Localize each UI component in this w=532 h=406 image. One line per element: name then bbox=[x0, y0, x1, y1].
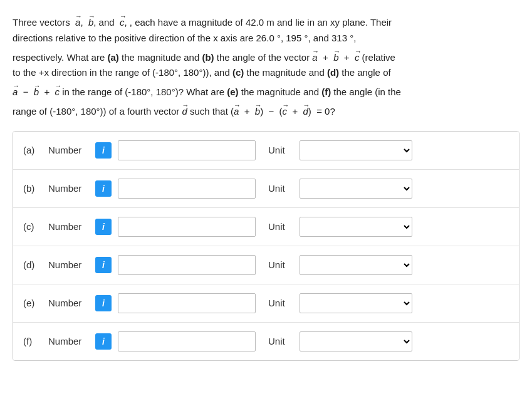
directions-text: directions relative to the positive dire… bbox=[13, 31, 519, 46]
part-a-text: the magnitude and bbox=[119, 52, 202, 63]
magnitude-text: , each have a magnitude of 42.0 m and li… bbox=[130, 17, 392, 28]
answer-table: (a) Number i Unit (b) Number i Unit (c) … bbox=[13, 131, 519, 361]
row-f-unit-label: Unit bbox=[268, 336, 293, 346]
row-a-label: (a) bbox=[23, 145, 42, 155]
respectively-text: respectively. What are bbox=[13, 52, 107, 63]
row-d-number-label: Number bbox=[48, 259, 89, 270]
row-b-label: (b) bbox=[23, 183, 42, 194]
info-button-f[interactable]: i bbox=[95, 333, 112, 350]
row-d-label: (d) bbox=[23, 259, 42, 270]
row-a-number-label: Number bbox=[48, 145, 89, 155]
info-button-d[interactable]: i bbox=[95, 257, 112, 273]
problem-text: Three vectors →a, →b, and →c, , each hav… bbox=[13, 11, 519, 120]
info-button-e[interactable]: i bbox=[95, 295, 112, 311]
row-e-label: (e) bbox=[23, 298, 42, 308]
range-text: to the +x direction in the range of (-18… bbox=[13, 67, 232, 78]
number-input-f[interactable] bbox=[118, 331, 256, 351]
row-a-unit-label: Unit bbox=[268, 145, 293, 155]
row-d-unit-label: Unit bbox=[268, 259, 293, 270]
row-b-unit-label: Unit bbox=[268, 183, 293, 194]
table-row: (d) Number i Unit bbox=[13, 246, 519, 284]
table-row: (c) Number i Unit bbox=[13, 208, 519, 246]
part-b-label: (b) bbox=[202, 52, 214, 63]
row-f-label: (f) bbox=[23, 336, 42, 346]
table-row: (b) Number i Unit bbox=[13, 170, 519, 208]
table-row: (f) Number i Unit bbox=[13, 323, 519, 360]
row-c-label: (c) bbox=[23, 221, 42, 232]
info-button-c[interactable]: i bbox=[95, 219, 112, 235]
row-c-unit-label: Unit bbox=[268, 221, 293, 232]
number-input-b[interactable] bbox=[118, 179, 256, 199]
unit-select-f[interactable] bbox=[300, 331, 412, 351]
row-e-number-label: Number bbox=[48, 298, 89, 308]
unit-select-e[interactable] bbox=[300, 293, 412, 313]
table-row: (a) Number i Unit bbox=[13, 132, 519, 170]
info-button-a[interactable]: i bbox=[95, 142, 112, 159]
unit-select-a[interactable] bbox=[300, 140, 412, 160]
part-e-text: the magnitude and bbox=[239, 86, 322, 97]
part-d-text: the angle of bbox=[339, 67, 391, 78]
row-f-number-label: Number bbox=[48, 336, 89, 346]
info-button-b[interactable]: i bbox=[95, 180, 112, 197]
row-b-number-label: Number bbox=[48, 183, 89, 194]
table-row: (e) Number i Unit bbox=[13, 284, 519, 323]
part-a-label: (a) bbox=[107, 52, 118, 63]
part-d-label: (d) bbox=[327, 67, 339, 78]
part-f-label: (f) bbox=[321, 86, 331, 97]
unit-select-d[interactable] bbox=[300, 255, 412, 275]
range3-text: range of (-180°, 180°)) of a fourth vect… bbox=[13, 106, 182, 117]
row-c-number-label: Number bbox=[48, 221, 89, 232]
part-c-label: (c) bbox=[232, 67, 244, 78]
part-c-text: the magnitude and bbox=[244, 67, 327, 78]
number-input-c[interactable] bbox=[118, 217, 256, 237]
part-b-text: the angle of the vector bbox=[214, 52, 313, 63]
relative-text: (relative bbox=[362, 52, 395, 63]
range2-text: in the range of (-180°, 180°)? What are bbox=[62, 86, 227, 97]
part-f-text: the angle (in the bbox=[331, 86, 401, 97]
such-that-text: such that bbox=[190, 106, 231, 117]
part-e-label: (e) bbox=[227, 86, 238, 97]
number-input-d[interactable] bbox=[118, 255, 256, 275]
row-e-unit-label: Unit bbox=[268, 298, 293, 308]
number-input-e[interactable] bbox=[118, 293, 256, 313]
unit-select-c[interactable] bbox=[300, 217, 412, 237]
number-input-a[interactable] bbox=[118, 140, 256, 160]
unit-select-b[interactable] bbox=[300, 179, 412, 199]
